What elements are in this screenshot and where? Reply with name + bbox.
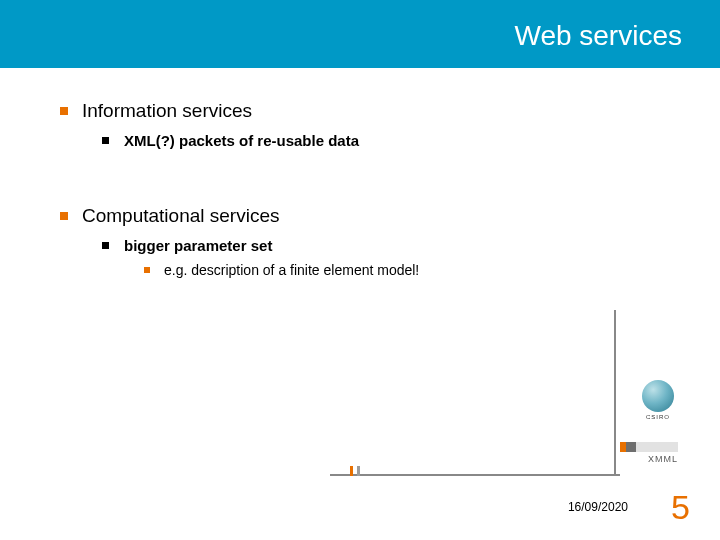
brand-stripe: [620, 442, 678, 452]
csiro-logo: CSIRO: [638, 380, 678, 424]
bullet-information-services: Information services XML(?) packets of r…: [60, 100, 680, 149]
slide-body: Information services XML(?) packets of r…: [60, 100, 680, 304]
bullet-label: Computational services: [82, 205, 279, 226]
footer-divider: [330, 474, 620, 476]
subsubbullet-finite-element: e.g. description of a finite element mod…: [144, 262, 680, 278]
subbullet-label: XML(?) packets of re-usable data: [124, 132, 359, 149]
slide: Web services Information services XML(?)…: [0, 0, 720, 540]
vertical-divider: [614, 310, 616, 474]
footer-tick-orange: [350, 466, 353, 476]
subsubbullet-label: e.g. description of a finite element mod…: [164, 262, 419, 278]
footer-tick-grey: [357, 466, 360, 476]
page-number: 5: [671, 488, 690, 527]
subbullet-label: bigger parameter set: [124, 237, 272, 254]
slide-title: Web services: [514, 20, 682, 52]
csiro-logo-text: CSIRO: [638, 414, 678, 420]
subbullet-xml-packets: XML(?) packets of re-usable data: [102, 132, 680, 149]
bullet-computational-services: Computational services bigger parameter …: [60, 205, 680, 278]
globe-icon: [642, 380, 674, 412]
footer-date: 16/09/2020: [568, 500, 628, 514]
xmml-logo-text: XMML: [648, 454, 678, 464]
title-bar: Web services: [0, 0, 720, 68]
subbullet-bigger-parameter-set: bigger parameter set e.g. description of…: [102, 237, 680, 278]
bullet-label: Information services: [82, 100, 252, 121]
